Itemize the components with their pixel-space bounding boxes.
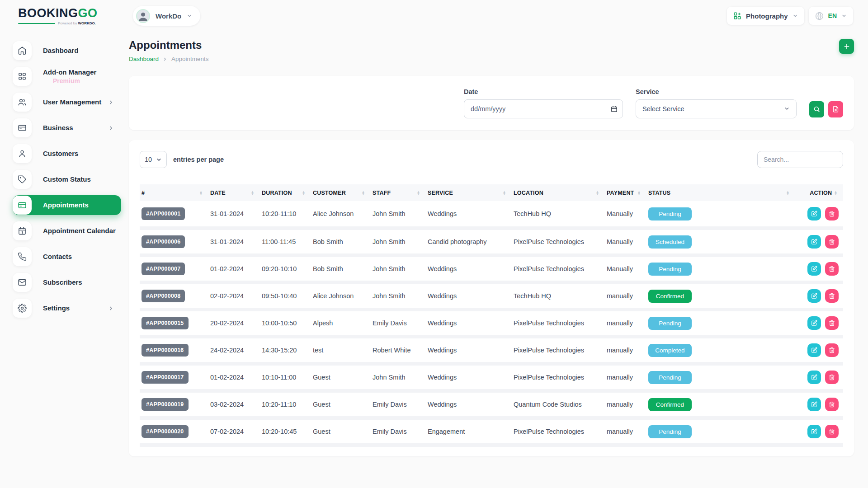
sidebar-item-add-on-manager[interactable]: Add-on ManagerPremium <box>13 66 121 86</box>
sidebar-item-customers[interactable]: Customers <box>13 144 121 164</box>
sort-arrows-icon: ▴▾ <box>200 191 205 195</box>
sidebar-item-appointments[interactable]: Appointments <box>13 195 121 215</box>
edit-button[interactable] <box>807 235 821 249</box>
plus-icon <box>843 43 850 50</box>
edit-button[interactable] <box>807 343 821 357</box>
chevron-down-icon <box>841 13 847 19</box>
sidebar-item-business[interactable]: Business <box>13 118 121 138</box>
sidebar-item-label: Settings <box>43 304 70 312</box>
edit-icon <box>811 374 817 380</box>
cell-date: 02-02-2024 <box>208 282 260 310</box>
edit-icon <box>811 266 817 272</box>
filter-search-button[interactable] <box>809 101 824 117</box>
cell-staff: Emily Davis <box>371 418 426 445</box>
cell-date: 01-02-2024 <box>208 364 260 391</box>
column-header-date[interactable]: DATE▴▾ <box>208 184 260 201</box>
edit-button[interactable] <box>807 289 821 303</box>
column-header-service[interactable]: SERVICE▴▾ <box>426 184 512 201</box>
delete-button[interactable] <box>825 316 839 330</box>
add-appointment-button[interactable] <box>839 39 854 54</box>
module-name: Photography <box>746 12 788 20</box>
trash-icon <box>829 293 835 299</box>
premium-badge: Premium <box>53 77 96 84</box>
cell-duration: 10:20-11:10 <box>260 391 311 418</box>
delete-button[interactable] <box>825 425 839 438</box>
sidebar-item-appointment-calendar[interactable]: Appointment Calendar <box>13 221 121 241</box>
sidebar-item-subscribers[interactable]: Subscribers <box>13 272 121 292</box>
appointment-id-badge: #APP0000015 <box>142 317 189 329</box>
cell-staff: Robert White <box>371 337 426 364</box>
column-header-staff[interactable]: STAFF▴▾ <box>371 184 426 201</box>
delete-button[interactable] <box>825 343 839 357</box>
edit-button[interactable] <box>807 398 821 411</box>
edit-icon <box>811 293 817 299</box>
service-filter-field: Service Select Service <box>636 88 797 118</box>
sidebar-item-label: Add-on Manager <box>43 68 96 76</box>
column-header-customer[interactable]: CUSTOMER▴▾ <box>311 184 371 201</box>
column-header-status[interactable]: STATUS▴▾ <box>646 184 795 201</box>
cell-customer: Guest <box>311 364 371 391</box>
cell-service: Candid photography <box>426 228 512 255</box>
entries-per-page-select[interactable]: 10 <box>140 151 167 168</box>
table-row: #APP000001701-02-202410:10-11:00GuestJoh… <box>140 364 843 391</box>
cell-location: PixelPulse Technologies <box>512 310 605 337</box>
sidebar-item-label: Subscribers <box>43 278 82 286</box>
column-header-duration[interactable]: DURATION▴▾ <box>260 184 311 201</box>
sidebar-item-dashboard[interactable]: Dashboard <box>13 41 121 61</box>
trash-icon <box>829 374 835 380</box>
column-label: LOCATION <box>514 190 543 196</box>
module-selector[interactable]: Photography <box>727 7 804 25</box>
column-header-id[interactable]: #▴▾ <box>140 184 208 201</box>
breadcrumb-dashboard-link[interactable]: Dashboard <box>129 56 159 62</box>
edit-button[interactable] <box>807 316 821 330</box>
delete-button[interactable] <box>825 398 839 411</box>
edit-button[interactable] <box>807 425 821 438</box>
edit-button[interactable] <box>807 371 821 384</box>
workspace-avatar <box>136 9 150 23</box>
cell-customer: Alice Johnson <box>311 282 371 310</box>
status-badge: Pending <box>648 425 692 438</box>
sidebar-item-settings[interactable]: Settings <box>13 298 121 318</box>
cell-date: 31-01-2024 <box>208 228 260 255</box>
sidebar-item-label: Contacts <box>43 253 72 260</box>
sidebar-item-contacts[interactable]: Contacts <box>13 247 121 267</box>
workspace-selector[interactable]: WorkDo <box>133 6 200 26</box>
sort-arrows-icon: ▴▾ <box>835 191 840 195</box>
service-filter-select[interactable]: Select Service <box>636 99 797 118</box>
language-selector[interactable]: EN <box>809 7 853 25</box>
edit-icon <box>811 320 817 326</box>
delete-button[interactable] <box>825 371 839 384</box>
delete-button[interactable] <box>825 262 839 276</box>
cell-location: PixelPulse Technologies <box>512 337 605 364</box>
cell-payment: Manually <box>605 201 646 228</box>
column-header-location[interactable]: LOCATION▴▾ <box>512 184 605 201</box>
appointment-id-badge: #APP000006 <box>142 235 185 248</box>
sidebar-item-custom-status[interactable]: Custom Status <box>13 169 121 189</box>
entries-per-page-label: entries per page <box>173 156 224 163</box>
sidebar-item-user-management[interactable]: User Management <box>13 92 121 112</box>
delete-button[interactable] <box>825 235 839 249</box>
date-filter-input[interactable] <box>464 99 623 118</box>
column-label: PAYMENT <box>607 190 634 196</box>
column-header-payment[interactable]: PAYMENT▴▾ <box>605 184 646 201</box>
delete-button[interactable] <box>825 289 839 303</box>
trash-icon <box>829 266 835 272</box>
table-search-input[interactable] <box>757 151 843 168</box>
chevron-right-icon <box>108 305 114 311</box>
cell-date: 01-02-2024 <box>208 255 260 282</box>
edit-button[interactable] <box>807 262 821 276</box>
column-header-action[interactable]: ACTION▴▾ <box>795 184 843 201</box>
user-icon <box>13 144 32 163</box>
cell-payment: manually <box>605 310 646 337</box>
edit-button[interactable] <box>807 207 821 221</box>
trash-icon <box>829 211 835 217</box>
cell-payment: manually <box>605 391 646 418</box>
brand-name-primary: BOOKING <box>18 6 78 20</box>
sort-arrows-icon: ▴▾ <box>362 191 367 195</box>
tag-icon <box>13 170 32 189</box>
delete-button[interactable] <box>825 207 839 221</box>
edit-icon <box>811 211 817 217</box>
gear-icon <box>13 299 32 318</box>
cell-staff: John Smith <box>371 364 426 391</box>
filter-reset-button[interactable] <box>828 101 843 117</box>
